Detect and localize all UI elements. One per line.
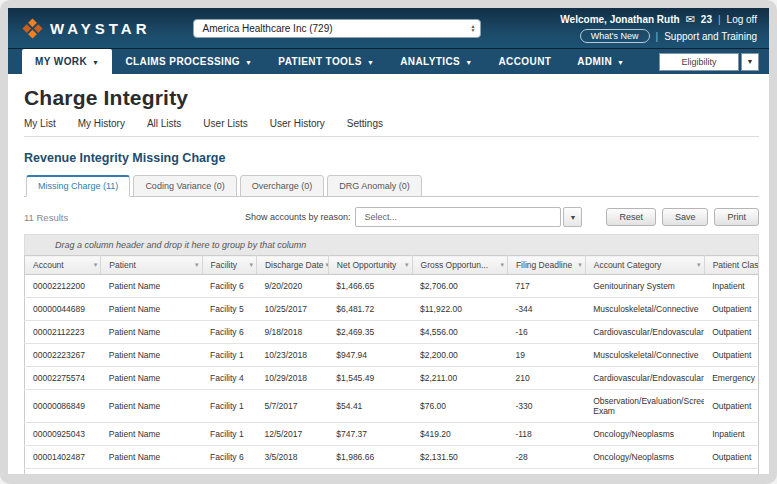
section-title: Revenue Integrity Missing Charge (24, 151, 759, 165)
column-header-label: Gross Opportun... (421, 260, 489, 270)
table-cell: Nervous System (585, 469, 704, 475)
results-table: Account▾Patient▾Facility▾Discharge Date▾… (24, 255, 759, 474)
table-cell: $6,481.72 (328, 298, 412, 321)
table-cell: Patient Name (101, 367, 202, 390)
support-training-link[interactable]: Support and Training (664, 31, 757, 42)
column-header[interactable]: Net Opportunity▾ (328, 256, 412, 275)
reason-select[interactable]: Select... (355, 207, 561, 227)
save-button[interactable]: Save (662, 208, 709, 226)
quick-select-arrow-icon[interactable]: ▼ (741, 53, 759, 71)
column-header[interactable]: Account▾ (25, 256, 101, 275)
tab-coding-variance[interactable]: Coding Variance (0) (133, 175, 236, 197)
nav-item-analytics[interactable]: ANALYTICS▼ (387, 49, 485, 74)
column-header[interactable]: Patient▾ (101, 256, 202, 275)
table-row[interactable]: 00000086849Patient NameFacility 15/7/201… (25, 390, 759, 423)
reset-button[interactable]: Reset (606, 208, 656, 226)
column-header[interactable]: Discharge Date▾ (256, 256, 328, 275)
column-menu-caret-icon[interactable]: ▾ (405, 261, 409, 269)
nav-item-account[interactable]: ACCOUNT (485, 49, 564, 74)
table-header-row: Account▾Patient▾Facility▾Discharge Date▾… (25, 256, 759, 275)
app-window: WAYSTAR America Healthcare Inc (729) ▲▼ … (8, 8, 769, 474)
whats-new-button[interactable]: What's New (580, 29, 650, 43)
table-cell: Oncology/Neoplasms (585, 423, 704, 446)
mail-icon[interactable]: ✉ (686, 13, 695, 26)
table-cell: $1,986.66 (328, 446, 412, 469)
table-cell: Patient Name (101, 321, 202, 344)
table-cell: 43 (507, 469, 585, 475)
subnav-all-lists[interactable]: All Lists (147, 118, 181, 129)
table-row[interactable]: 00001665281Patient NameFacility 35/15/20… (25, 469, 759, 475)
subnav-user-history[interactable]: User History (270, 118, 325, 129)
table-row[interactable]: 00000044689Patient NameFacility 510/25/2… (25, 298, 759, 321)
chevron-down-icon: ▼ (245, 59, 252, 66)
table-cell: Inpatient (704, 423, 758, 446)
topbar: WAYSTAR America Healthcare Inc (729) ▲▼ … (8, 8, 769, 48)
nav-item-my-work[interactable]: MY WORK▼ (22, 49, 112, 74)
table-cell: 3/5/2018 (256, 446, 328, 469)
table-cell: $4,556.00 (412, 321, 507, 344)
table-row[interactable]: 00002275574Patient NameFacility 410/29/2… (25, 367, 759, 390)
nav-item-patient-tools[interactable]: PATIENT TOOLS▼ (265, 49, 387, 74)
table-row[interactable]: 00002112223Patient NameFacility 69/18/20… (25, 321, 759, 344)
subnav-user-lists[interactable]: User Lists (203, 118, 247, 129)
table-cell: Facility 1 (202, 390, 256, 423)
filter-group: Show accounts by reason: Select... ▼ Res… (245, 207, 759, 227)
table-cell: Patient Name (101, 298, 202, 321)
table-cell: $2,200.00 (412, 344, 507, 367)
table-cell: $747.37 (328, 423, 412, 446)
waystar-logo[interactable]: WAYSTAR (22, 18, 151, 39)
page-title: Charge Integrity (24, 86, 759, 110)
results-count: 11 Results (24, 212, 68, 223)
column-header[interactable]: Filing Deadline▾ (507, 256, 585, 275)
logoff-link[interactable]: Log off (727, 14, 757, 25)
tab-missing-charge[interactable]: Missing Charge (11) (26, 175, 130, 197)
column-header[interactable]: Account Category▾ (585, 256, 704, 275)
quick-select-eligibility[interactable]: Eligibility (659, 53, 739, 71)
table-cell: Genitourinary System (585, 275, 704, 298)
table-cell: 5/15/2018 (256, 469, 328, 475)
print-button[interactable]: Print (714, 208, 759, 226)
group-drop-zone[interactable]: Drag a column header and drop it here to… (24, 234, 759, 255)
table-cell: -28 (507, 446, 585, 469)
table-row[interactable]: 00002212200Patient NameFacility 69/20/20… (25, 275, 759, 298)
chevron-down-icon: ▼ (617, 59, 624, 66)
table-cell: 9/18/2018 (256, 321, 328, 344)
nav-item-admin[interactable]: ADMIN▼ (564, 49, 637, 74)
column-menu-caret-icon[interactable]: ▾ (578, 261, 582, 269)
table-cell: 00000044689 (25, 298, 101, 321)
mail-count[interactable]: 23 (701, 14, 712, 25)
table-cell: Oncology/Neoplasms (585, 446, 704, 469)
tab-drg-anomaly[interactable]: DRG Anomaly (0) (327, 175, 422, 197)
table-row[interactable]: 00001402487Patient NameFacility 63/5/201… (25, 446, 759, 469)
table-cell: Facility 1 (202, 344, 256, 367)
chevron-down-icon: ▼ (465, 59, 472, 66)
table-cell: Facility 6 (202, 446, 256, 469)
table-cell: -344 (507, 298, 585, 321)
column-menu-caret-icon[interactable]: ▾ (249, 261, 253, 269)
column-menu-caret-icon[interactable]: ▾ (500, 261, 504, 269)
table-body: 00002212200Patient NameFacility 69/20/20… (25, 275, 759, 475)
table-cell: Musculoskeletal/Connective (585, 344, 704, 367)
column-header[interactable]: Facility▾ (202, 256, 256, 275)
column-header[interactable]: Gross Opportun...▾ (412, 256, 507, 275)
subnav-my-history[interactable]: My History (78, 118, 125, 129)
table-row[interactable]: 00000925043Patient NameFacility 112/5/20… (25, 423, 759, 446)
column-header[interactable]: Patient Class▾ (704, 256, 758, 275)
table-row[interactable]: 00002223267Patient NameFacility 110/23/2… (25, 344, 759, 367)
welcome-text: Welcome, Jonathan Ruth (560, 14, 679, 25)
nav-label: ACCOUNT (498, 56, 551, 67)
main-content: Charge Integrity My List My History All … (8, 74, 769, 474)
nav-item-claims-processing[interactable]: CLAIMS PROCESSING▼ (112, 49, 265, 74)
subnav-settings[interactable]: Settings (347, 118, 383, 129)
column-menu-caret-icon[interactable]: ▾ (94, 261, 98, 269)
org-selector[interactable]: America Healthcare Inc (729) ▲▼ (193, 19, 481, 38)
column-menu-caret-icon[interactable]: ▾ (697, 261, 701, 269)
table-cell: Facility 6 (202, 321, 256, 344)
tab-overcharge[interactable]: Overcharge (0) (240, 175, 325, 197)
table-cell: Patient Name (101, 344, 202, 367)
table-cell: -118 (507, 423, 585, 446)
subnav-my-list[interactable]: My List (24, 118, 56, 129)
reason-select-arrow-icon[interactable]: ▼ (563, 207, 582, 227)
table-cell: 10/23/2018 (256, 344, 328, 367)
column-menu-caret-icon[interactable]: ▾ (195, 261, 199, 269)
